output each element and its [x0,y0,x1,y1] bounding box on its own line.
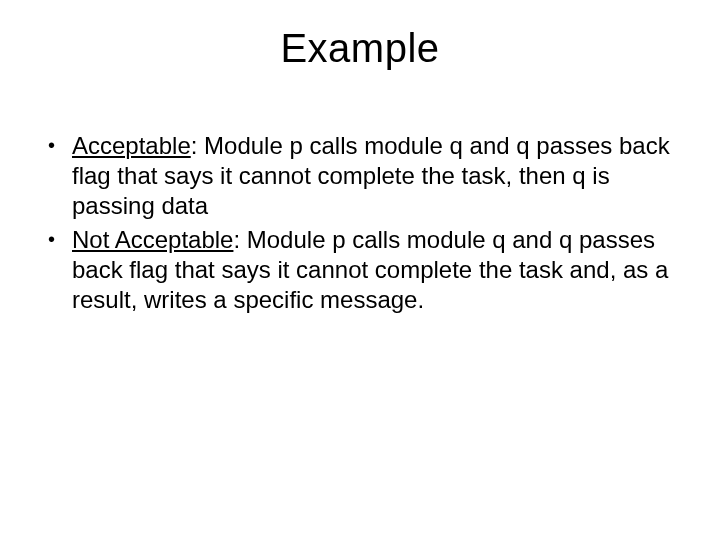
list-item: Not Acceptable: Module p calls module q … [44,225,680,315]
bullet-lead: Acceptable [72,132,191,159]
slide-title: Example [40,26,680,71]
slide: Example Acceptable: Module p calls modul… [0,0,720,540]
bullet-list: Acceptable: Module p calls module q and … [44,131,680,315]
list-item: Acceptable: Module p calls module q and … [44,131,680,221]
bullet-lead: Not Acceptable [72,226,233,253]
